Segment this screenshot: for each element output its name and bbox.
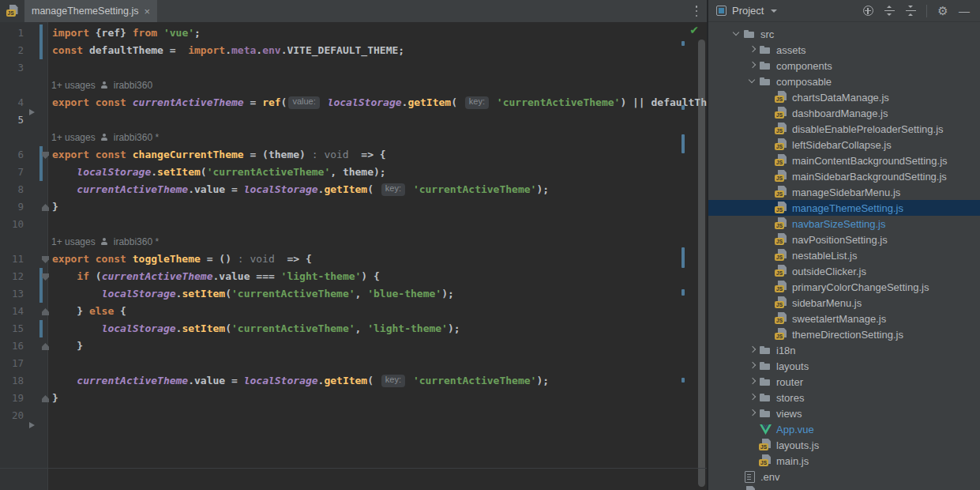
tree-item-mainsidebarbackgroundsetting-js[interactable]: JSmainSidebarBackgroundSetting.js: [708, 168, 980, 184]
code-line[interactable]: 6export const changeCurrentTheme = (them…: [0, 146, 707, 164]
line-number[interactable]: 19: [0, 390, 24, 407]
code-line[interactable]: 19}: [0, 390, 707, 407]
tree-item-stores[interactable]: stores: [708, 390, 980, 405]
chevron-right-icon[interactable]: [746, 43, 759, 56]
line-number[interactable]: 11: [0, 251, 24, 268]
code-line[interactable]: 18 currentActiveTheme.value = localStora…: [0, 372, 707, 390]
tree-item-navpositionsetting-js[interactable]: JSnavPositionSetting.js: [708, 232, 980, 247]
gutter[interactable]: 9: [0, 198, 49, 216]
code-line[interactable]: 5: [0, 111, 707, 129]
code-line[interactable]: 14 } else {: [0, 303, 707, 320]
gutter[interactable]: 17: [0, 355, 49, 372]
fold-end-icon[interactable]: [42, 308, 49, 315]
code-line[interactable]: 8 currentActiveTheme.value = localStorag…: [0, 181, 707, 198]
tree-item-themedirectionsetting-js[interactable]: JSthemeDirectionSetting.js: [708, 326, 980, 342]
tree-item-maincontentbackgroundsetting-js[interactable]: JSmainContentBackgroundSetting.js: [708, 153, 980, 168]
line-number[interactable]: 1: [0, 24, 24, 42]
tree-item-leftsidebarcollapse-js[interactable]: JSleftSidebarCollapse.js: [708, 137, 980, 153]
inspection-ok-icon[interactable]: ✔: [689, 24, 699, 36]
usage-hint[interactable]: 1+ usagesirabbi360 *: [0, 233, 707, 251]
line-number[interactable]: 4: [0, 94, 24, 111]
tree-item-components[interactable]: components: [708, 58, 980, 74]
line-number[interactable]: 2: [0, 42, 24, 59]
line-number[interactable]: 9: [0, 198, 24, 216]
gutter[interactable]: 4: [0, 94, 49, 111]
gutter-triangle-icon[interactable]: [29, 422, 35, 428]
code-line[interactable]: 12 if (currentActiveTheme.value === 'lig…: [0, 268, 707, 285]
code-editor[interactable]: 1import {ref} from 'vue';2const defaultT…: [0, 22, 707, 490]
tree-item-chartsdatamanage-js[interactable]: JSchartsDataManage.js: [708, 89, 980, 105]
editor-vertical-scrollbar[interactable]: [698, 40, 705, 487]
gutter[interactable]: 8: [0, 181, 49, 198]
code-line[interactable]: 9}: [0, 198, 707, 216]
tree-item-views[interactable]: views: [708, 405, 980, 421]
line-number[interactable]: 18: [0, 372, 24, 390]
line-number[interactable]: 17: [0, 355, 24, 372]
fold-collapse-icon[interactable]: [42, 273, 49, 281]
code-line[interactable]: 7 localStorage.setItem('currentActiveThe…: [0, 164, 707, 181]
code-line[interactable]: 11export const toggleTheme = () : void =…: [0, 251, 707, 268]
line-number[interactable]: 20: [0, 407, 24, 424]
collapse-all-button[interactable]: [903, 3, 918, 19]
gutter[interactable]: 6: [0, 146, 49, 164]
project-dropdown-chevron-icon[interactable]: [771, 9, 777, 13]
gutter[interactable]: 3: [0, 59, 49, 77]
line-number[interactable]: 16: [0, 337, 24, 355]
line-number[interactable]: 5: [0, 111, 24, 129]
expand-all-button[interactable]: [881, 3, 897, 19]
code-line[interactable]: 3: [0, 59, 707, 77]
editor-tab[interactable]: JS manageThemeSetting.js ×: [0, 0, 157, 22]
usage-hint[interactable]: 1+ usagesirabbi360 *: [0, 129, 707, 146]
tree-item-disableenablepreloadersetting-js[interactable]: JSdisableEnablePreloaderSetting.js: [708, 121, 980, 137]
code-line[interactable]: 13 localStorage.setItem('currentActiveTh…: [0, 285, 707, 303]
fold-end-icon[interactable]: [42, 395, 49, 402]
line-number[interactable]: 8: [0, 181, 24, 198]
project-title[interactable]: Project: [732, 5, 764, 17]
tree-item-assets[interactable]: assets: [708, 42, 980, 58]
tree-item-managesidebarmenu-js[interactable]: JSmanageSidebarMenu.js: [708, 184, 980, 200]
gutter[interactable]: 14: [0, 303, 49, 320]
chevron-right-icon[interactable]: [746, 375, 759, 388]
tab-body[interactable]: manageThemeSetting.js ×: [24, 0, 157, 22]
code-line[interactable]: 1import {ref} from 'vue';: [0, 24, 707, 42]
code-line[interactable]: 16 }: [0, 337, 707, 355]
fold-collapse-icon[interactable]: [42, 152, 49, 159]
gutter[interactable]: 16: [0, 337, 49, 355]
gutter[interactable]: 18: [0, 372, 49, 390]
line-number[interactable]: 14: [0, 303, 24, 320]
code-line[interactable]: 2const defaultTheme = import.meta.env.VI…: [0, 42, 707, 59]
tree-item-partial[interactable]: JS: [708, 484, 980, 490]
tree-item-layouts-js[interactable]: JSlayouts.js: [708, 437, 980, 453]
tree-item-i18n[interactable]: i18n: [708, 342, 980, 358]
tree-item-main-js[interactable]: JSmain.js: [708, 453, 980, 469]
code-line[interactable]: 20: [0, 407, 707, 424]
gutter[interactable]: 13: [0, 285, 49, 303]
gutter-triangle-icon[interactable]: [29, 109, 35, 115]
code-line[interactable]: 17: [0, 355, 707, 372]
gutter[interactable]: 11: [0, 251, 49, 268]
tab-close-icon[interactable]: ×: [145, 6, 151, 17]
tree-item-layouts[interactable]: layouts: [708, 358, 980, 374]
tree-item-app-vue[interactable]: App.vue: [708, 421, 980, 437]
tree-item-dashboardmanage-js[interactable]: JSdashboardManage.js: [708, 105, 980, 121]
chevron-right-icon[interactable]: [746, 360, 759, 372]
tree-item-managethemesetting-js[interactable]: JSmanageThemeSetting.js: [708, 200, 980, 216]
tree-item-nestablelist-js[interactable]: JSnestableList.js: [708, 247, 980, 263]
usage-hint[interactable]: 1+ usagesirabbi360: [0, 77, 707, 94]
tree-item-navbarsizesetting-js[interactable]: JSnavbarSizeSetting.js: [708, 216, 980, 232]
line-number[interactable]: 12: [0, 268, 24, 285]
chevron-right-icon[interactable]: [746, 391, 759, 404]
tree-item-router[interactable]: router: [708, 374, 980, 390]
gutter[interactable]: 12: [0, 268, 49, 285]
gutter[interactable]: 2: [0, 42, 49, 59]
code-line[interactable]: 15 localStorage.setItem('currentActiveTh…: [0, 320, 707, 337]
locate-file-button[interactable]: [860, 3, 876, 19]
gutter[interactable]: 1: [0, 24, 49, 42]
line-number[interactable]: 10: [0, 216, 24, 233]
gutter[interactable]: 15: [0, 320, 49, 337]
chevron-right-icon[interactable]: [746, 407, 759, 420]
gutter[interactable]: 20: [0, 407, 49, 424]
line-number[interactable]: 7: [0, 164, 24, 181]
chevron-down-icon[interactable]: [746, 75, 759, 88]
tree-item-sweetalertmanage-js[interactable]: JSsweetalertManage.js: [708, 311, 980, 326]
